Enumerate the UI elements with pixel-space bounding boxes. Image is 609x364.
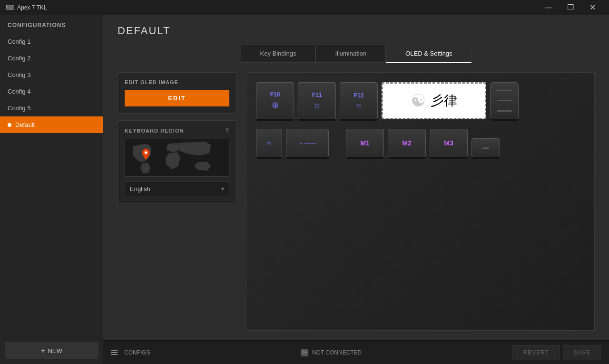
edit-oled-button[interactable]: EDIT bbox=[125, 90, 229, 106]
oled-chinese-chars: 彡律 bbox=[431, 92, 457, 110]
minus-label: — bbox=[482, 144, 489, 152]
active-dot bbox=[8, 123, 11, 127]
tab-key-bindings[interactable]: Key Bindings bbox=[241, 45, 316, 63]
region-section-title: KEYBOARD REGION ? bbox=[125, 127, 229, 134]
config4-label: Config 4 bbox=[8, 88, 30, 95]
connection-icon: 🎮 bbox=[301, 349, 308, 356]
plus-icon: + bbox=[41, 347, 45, 354]
titlebar-controls: — ❐ ✕ bbox=[538, 0, 603, 15]
region-select[interactable]: English French German Spanish Nordic bbox=[125, 182, 229, 196]
sidebar-item-config5[interactable]: Config 5 bbox=[0, 100, 103, 116]
m2-label: M2 bbox=[402, 139, 411, 147]
oled-display: ☯ 彡律 bbox=[382, 82, 486, 119]
scroll-line-3 bbox=[497, 110, 512, 112]
bottom-bar: CONFIGS 🎮 NOT CONNECTED REVERT SAVE bbox=[103, 340, 609, 364]
oled-image-section: EDIT OLED IMAGE EDIT bbox=[118, 72, 236, 114]
keyboard-region-section: KEYBOARD REGION ? bbox=[118, 120, 236, 203]
key-f10[interactable]: F10 ⊕ bbox=[256, 82, 294, 119]
connection-status: 🎮 NOT CONNECTED bbox=[301, 349, 362, 356]
f12-label: F12 bbox=[354, 92, 364, 99]
titlebar: ⌨ Apex 7 TKL — ❐ ✕ bbox=[0, 0, 609, 15]
default-label: Default bbox=[15, 121, 35, 128]
sidebar-item-config2[interactable]: Config 2 bbox=[0, 50, 103, 67]
titlebar-title: Apex 7 TKL bbox=[17, 4, 47, 11]
partial-key2-label: ←—— bbox=[299, 140, 316, 146]
key-minus[interactable]: — bbox=[471, 138, 500, 157]
sidebar-item-config4[interactable]: Config 4 bbox=[0, 83, 103, 100]
f11-label: F11 bbox=[312, 92, 322, 98]
f10-icon: ⊕ bbox=[272, 100, 279, 110]
config2-label: Config 2 bbox=[8, 55, 30, 62]
config3-label: Config 3 bbox=[8, 71, 30, 78]
content-header: DEFAULT bbox=[103, 15, 609, 37]
help-icon[interactable]: ? bbox=[226, 127, 229, 134]
titlebar-left: ⌨ Apex 7 TKL bbox=[6, 4, 47, 11]
keyboard-preview: F10 ⊕ F11 ☼ F12 ☼ bbox=[246, 72, 595, 331]
tab-illumination[interactable]: Illumination bbox=[315, 45, 386, 63]
m1-label: M1 bbox=[360, 139, 369, 147]
main-area: EDIT OLED IMAGE EDIT KEYBOARD REGION ? bbox=[103, 63, 609, 340]
f11-icon: ☼ bbox=[313, 100, 321, 110]
scroll-line-2 bbox=[497, 100, 512, 101]
scroll-line-1 bbox=[497, 90, 512, 91]
keyboard-row-1: F10 ⊕ F11 ☼ F12 ☼ bbox=[256, 82, 585, 119]
partial-key-label: ≈ bbox=[267, 139, 271, 147]
menu-icon bbox=[111, 350, 118, 355]
svg-point-2 bbox=[145, 151, 147, 154]
maximize-button[interactable]: ❐ bbox=[560, 0, 581, 15]
save-button[interactable]: SAVE bbox=[563, 345, 601, 360]
configs-button[interactable]: CONFIGS bbox=[111, 349, 150, 356]
sidebar-item-config1[interactable]: Config 1 bbox=[0, 33, 103, 50]
config1-label: Config 1 bbox=[8, 38, 30, 45]
config5-label: Config 5 bbox=[8, 105, 30, 112]
sidebar-item-default[interactable]: Default bbox=[0, 116, 103, 133]
key-m2[interactable]: M2 bbox=[388, 129, 426, 157]
world-map bbox=[125, 139, 229, 177]
content-area: DEFAULT Key Bindings Illumination OLED &… bbox=[103, 15, 609, 364]
app-icon: ⌨ bbox=[6, 4, 13, 11]
scroll-wheel[interactable] bbox=[490, 82, 519, 119]
key-f12[interactable]: F12 ☼ bbox=[340, 82, 378, 119]
sidebar-header: CONFIGURATIONS bbox=[0, 15, 103, 33]
new-button[interactable]: + NEW bbox=[5, 342, 98, 359]
configs-label: CONFIGS bbox=[124, 349, 150, 356]
tab-bar: Key Bindings Illumination OLED & Setting… bbox=[103, 37, 609, 63]
key-partial-1[interactable]: ≈ bbox=[256, 129, 282, 157]
sidebar-item-config3[interactable]: Config 3 bbox=[0, 67, 103, 83]
not-connected-text: NOT CONNECTED bbox=[312, 349, 362, 356]
oled-section-title: EDIT OLED IMAGE bbox=[125, 79, 229, 85]
close-button[interactable]: ✕ bbox=[581, 0, 603, 15]
tab-oled-settings[interactable]: OLED & Settings bbox=[386, 45, 471, 63]
revert-button[interactable]: REVERT bbox=[512, 345, 560, 360]
oled-content: ☯ 彡律 bbox=[407, 87, 461, 115]
m3-label: M3 bbox=[444, 139, 453, 147]
key-f11[interactable]: F11 ☼ bbox=[298, 82, 336, 119]
f12-icon: ☼ bbox=[355, 101, 363, 109]
keyboard-row-2: ≈ ←—— M1 M2 bbox=[256, 129, 585, 157]
sidebar: CONFIGURATIONS Config 1 Config 2 Config … bbox=[0, 15, 103, 364]
page-title: DEFAULT bbox=[118, 25, 595, 37]
new-button-label: NEW bbox=[48, 347, 62, 354]
key-m1[interactable]: M1 bbox=[346, 129, 384, 157]
sidebar-footer: + NEW bbox=[0, 337, 103, 364]
action-buttons: REVERT SAVE bbox=[512, 345, 601, 360]
region-dropdown[interactable]: English French German Spanish Nordic ▼ bbox=[125, 182, 229, 196]
minimize-button[interactable]: — bbox=[538, 0, 560, 15]
left-panel: EDIT OLED IMAGE EDIT KEYBOARD REGION ? bbox=[118, 72, 236, 331]
f10-label: F10 bbox=[270, 91, 280, 98]
keyboard-visual: F10 ⊕ F11 ☼ F12 ☼ bbox=[246, 73, 594, 330]
oled-yin-yang: ☯ bbox=[411, 91, 426, 111]
key-m3[interactable]: M3 bbox=[430, 129, 468, 157]
app-body: CONFIGURATIONS Config 1 Config 2 Config … bbox=[0, 15, 609, 364]
key-partial-2[interactable]: ←—— bbox=[286, 129, 329, 157]
